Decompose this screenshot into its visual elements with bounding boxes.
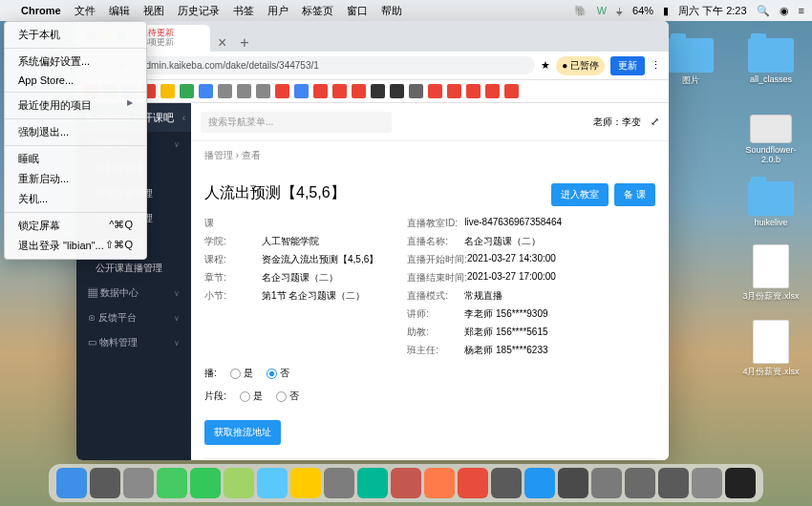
- bottom-tabs: 口令红包 群发红包 直播货架 剧本直播 详情: [204, 458, 655, 460]
- tab-close-icon[interactable]: ×: [210, 34, 234, 52]
- info-row: 讲师:李老师 156****9309: [407, 307, 562, 321]
- dock-app-7[interactable]: [290, 468, 321, 498]
- menu-view[interactable]: 视图: [143, 4, 164, 18]
- bookmark-22[interactable]: [504, 84, 519, 98]
- teacher-label: 老师：李变: [593, 116, 641, 129]
- dock-app-17[interactable]: [625, 468, 655, 498]
- dock-app-16[interactable]: [591, 468, 622, 498]
- info-row: 班主任:杨老师 185****6233: [407, 344, 562, 357]
- about-mac[interactable]: 关于本机: [5, 25, 146, 45]
- menu-edit[interactable]: 编辑: [109, 4, 130, 18]
- bookmark-4[interactable]: [160, 84, 175, 98]
- dock-app-15[interactable]: [558, 468, 588, 498]
- bookmark-9[interactable]: [256, 84, 270, 98]
- bookmark-12[interactable]: [313, 84, 328, 98]
- recent-items[interactable]: 最近使用的项目▶: [5, 95, 146, 116]
- url-input[interactable]: admin.kaikeba.com/dake/details/344753/1: [131, 56, 535, 74]
- file-april-salary[interactable]: 4月份薪资.xlsx: [737, 320, 804, 378]
- dock-app-0[interactable]: [56, 468, 87, 498]
- address-bar-row: ← → ⟳ admin.kaikeba.com/dake/details/344…: [76, 52, 669, 80]
- clock[interactable]: 周六 下午 2:23: [678, 4, 747, 18]
- get-stream-url-button[interactable]: 获取推流地址: [204, 420, 281, 445]
- dock-app-8[interactable]: [324, 468, 354, 498]
- dock-app-9[interactable]: [357, 468, 388, 498]
- menu-user[interactable]: 用户: [267, 4, 288, 18]
- app-name[interactable]: Chrome: [21, 5, 61, 16]
- dock-app-6[interactable]: [257, 468, 288, 498]
- radio-no-2[interactable]: 否: [276, 390, 299, 403]
- dock-app-13[interactable]: [491, 468, 522, 498]
- info-left-column: 课学院:人工智能学院课程:资金流入流出预测【4,5,6】章节:名企习题课（二）小…: [204, 217, 378, 357]
- prepare-button[interactable]: 备 课: [614, 183, 655, 206]
- info-row: 章节:名企习题课（二）: [204, 271, 378, 285]
- bookmark-7[interactable]: [218, 84, 232, 98]
- restart[interactable]: 重新启动...: [5, 169, 146, 189]
- spotlight-icon[interactable]: 🔍: [757, 5, 770, 17]
- enter-classroom-button[interactable]: 进入教室: [551, 183, 609, 206]
- dock-app-1[interactable]: [90, 468, 120, 498]
- lock-screen[interactable]: 锁定屏幕^⌘Q: [5, 216, 146, 236]
- bookmark-10[interactable]: [275, 84, 289, 98]
- bookmark-13[interactable]: [332, 84, 347, 98]
- shutdown[interactable]: 关机...: [5, 189, 146, 209]
- bookmark-16[interactable]: [390, 84, 404, 98]
- notifications-icon[interactable]: ≡: [799, 5, 804, 16]
- dock-app-19[interactable]: [692, 468, 722, 498]
- bookmark-5[interactable]: [180, 84, 194, 98]
- folder-huikelive[interactable]: huikelive: [737, 181, 804, 227]
- app-store[interactable]: App Store...: [5, 72, 146, 89]
- dock-app-18[interactable]: [658, 468, 689, 498]
- bookmark-19[interactable]: [447, 84, 461, 98]
- nav-data-center[interactable]: ▦ 数据中心∨: [76, 281, 191, 306]
- bookmark-20[interactable]: [466, 84, 481, 98]
- force-quit[interactable]: 强制退出...: [5, 122, 146, 142]
- new-tab-icon[interactable]: +: [234, 34, 254, 52]
- system-prefs[interactable]: 系统偏好设置...: [5, 52, 146, 72]
- expand-icon[interactable]: ⤢: [651, 116, 659, 128]
- dock-app-11[interactable]: [424, 468, 455, 498]
- radio-yes-1[interactable]: 是: [230, 367, 253, 380]
- bookmark-17[interactable]: [409, 84, 423, 98]
- logout[interactable]: 退出登录 "libian"...⇧⌘Q: [5, 236, 146, 256]
- dock-app-20[interactable]: [725, 468, 756, 498]
- bookmark-6[interactable]: [199, 84, 213, 98]
- extension-icon[interactable]: ★: [541, 59, 550, 72]
- dock-app-4[interactable]: [190, 468, 221, 498]
- chevron-left-icon[interactable]: ‹: [177, 113, 191, 123]
- dock-app-3[interactable]: [157, 468, 187, 498]
- menu-tabs[interactable]: 标签页: [302, 4, 333, 18]
- nav-feedback[interactable]: ⊙ 反馈平台∨: [76, 306, 191, 330]
- menu-bookmarks[interactable]: 书签: [233, 4, 254, 18]
- menu-window[interactable]: 窗口: [347, 4, 368, 18]
- nav-search-input[interactable]: 搜索导航菜单...: [201, 112, 392, 133]
- status-icon[interactable]: W: [597, 5, 607, 16]
- nav-material[interactable]: ▭ 物料管理∨: [76, 330, 191, 355]
- dock-app-12[interactable]: [458, 468, 488, 498]
- dock-app-14[interactable]: [524, 468, 555, 498]
- dock-app-10[interactable]: [391, 468, 421, 498]
- dock-app-5[interactable]: [224, 468, 254, 498]
- menu-file[interactable]: 文件: [75, 4, 96, 18]
- siri-icon[interactable]: ◉: [780, 5, 789, 17]
- folder-classes[interactable]: all_classes: [737, 38, 804, 87]
- bookmark-11[interactable]: [294, 84, 309, 98]
- bookmark-15[interactable]: [371, 84, 385, 98]
- bookmark-8[interactable]: [237, 84, 251, 98]
- bookmark-21[interactable]: [485, 84, 500, 98]
- bookmark-14[interactable]: [352, 84, 366, 98]
- radio-yes-2[interactable]: 是: [240, 390, 263, 403]
- evernote-icon[interactable]: 🐘: [574, 5, 588, 17]
- disk-soundflower[interactable]: Soundflower-2.0.b: [737, 115, 804, 164]
- profile-paused[interactable]: ● 已暂停: [556, 56, 605, 75]
- sleep[interactable]: 睡眠: [5, 149, 146, 169]
- info-row: 直播开始时间:2021-03-27 14:30:00: [407, 253, 562, 266]
- dock-app-2[interactable]: [123, 468, 154, 498]
- update-button[interactable]: 更新: [610, 56, 645, 75]
- wifi-icon[interactable]: ⏚: [616, 5, 623, 16]
- chrome-menu-icon[interactable]: ⋮: [651, 59, 661, 72]
- bookmark-18[interactable]: [428, 84, 442, 98]
- menu-history[interactable]: 历史记录: [178, 4, 220, 18]
- menu-help[interactable]: 帮助: [381, 4, 402, 18]
- file-march-salary[interactable]: 3月份薪资.xlsx: [737, 244, 804, 303]
- radio-no-1[interactable]: 否: [267, 367, 289, 380]
